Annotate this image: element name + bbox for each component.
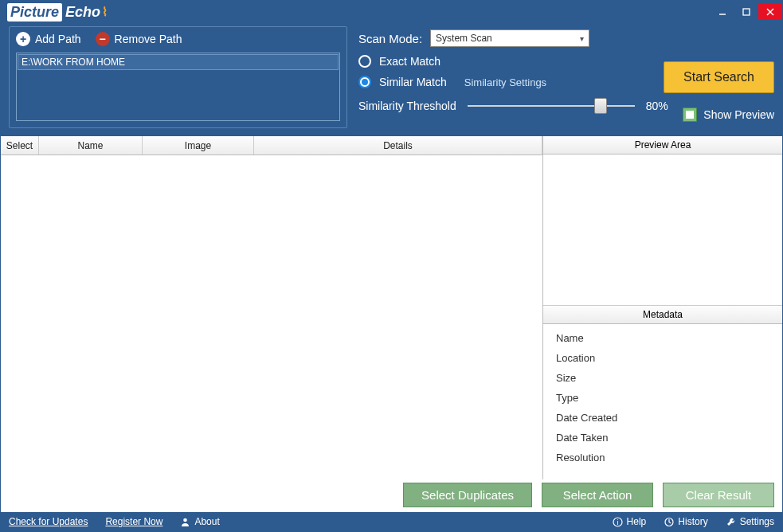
- minus-icon: −: [96, 32, 110, 46]
- plus-icon: +: [16, 32, 30, 46]
- remove-path-label: Remove Path: [115, 33, 182, 45]
- select-duplicates-button[interactable]: Select Duplicates: [403, 483, 532, 507]
- path-list[interactable]: E:\WORK FROM HOME: [16, 53, 340, 121]
- exact-match-label: Exact Match: [379, 55, 440, 68]
- minimize-button[interactable]: [711, 4, 734, 20]
- results-body: [1, 155, 542, 479]
- column-headers: Select Name Image Details: [1, 136, 542, 155]
- remove-path-button[interactable]: − Remove Path: [96, 32, 182, 46]
- history-link[interactable]: History: [664, 516, 707, 527]
- preview-body: [543, 155, 782, 306]
- main-content: Select Name Image Details Preview Area M…: [1, 135, 782, 479]
- meta-name: Name: [556, 332, 769, 344]
- meta-location: Location: [556, 352, 769, 364]
- close-button[interactable]: [758, 4, 782, 20]
- about-link[interactable]: About: [180, 516, 219, 527]
- svg-rect-1: [743, 9, 750, 15]
- scan-panel: Scan Mode: System Scan ▾ Exact Match Sim…: [358, 26, 774, 128]
- start-search-button[interactable]: Start Search: [664, 61, 774, 93]
- path-panel: + Add Path − Remove Path E:\WORK FROM HO…: [9, 26, 347, 128]
- results-panel: Select Name Image Details: [1, 136, 543, 479]
- metadata-header: Metadata: [543, 306, 782, 324]
- app-logo: PictureEcho⌇: [7, 3, 108, 22]
- history-icon: [664, 517, 674, 527]
- clear-result-button[interactable]: Clear Result: [663, 483, 774, 507]
- col-select[interactable]: Select: [1, 136, 39, 155]
- similar-match-label: Similar Match: [379, 76, 447, 88]
- meta-date-created: Date Created: [556, 412, 769, 424]
- threshold-label: Similarity Threshold: [358, 100, 456, 112]
- scan-mode-dropdown[interactable]: System Scan ▾: [430, 29, 589, 47]
- app-window: PictureEcho⌇ + Add Path − Remove Path E:…: [0, 0, 783, 532]
- info-icon: i: [613, 517, 623, 527]
- path-item[interactable]: E:\WORK FROM HOME: [18, 54, 339, 70]
- scan-mode-label: Scan Mode:: [358, 32, 422, 45]
- checkbox-icon: [683, 108, 697, 122]
- meta-size: Size: [556, 372, 769, 384]
- statusbar: Check for Updates Register Now About i H…: [1, 512, 782, 531]
- window-controls: [711, 4, 782, 20]
- preview-panel: Preview Area Metadata Name Location Size…: [543, 136, 782, 479]
- maximize-button[interactable]: [734, 4, 758, 20]
- select-action-button[interactable]: Select Action: [542, 483, 653, 507]
- meta-type: Type: [556, 392, 769, 404]
- add-path-label: Add Path: [35, 33, 81, 45]
- col-image[interactable]: Image: [143, 136, 254, 155]
- threshold-slider[interactable]: [468, 100, 635, 111]
- person-icon: [180, 517, 190, 527]
- meta-resolution: Resolution: [556, 452, 769, 464]
- chevron-down-icon: ▾: [580, 34, 584, 43]
- help-link[interactable]: i Help: [613, 516, 647, 527]
- preview-header: Preview Area: [543, 136, 782, 155]
- svg-point-4: [184, 518, 188, 522]
- check-updates-link[interactable]: Check for Updates: [9, 516, 88, 527]
- add-path-button[interactable]: + Add Path: [16, 32, 81, 46]
- show-preview-checkbox[interactable]: Show Preview: [683, 108, 774, 122]
- action-bar: Select Duplicates Select Action Clear Re…: [1, 479, 782, 512]
- exact-match-radio[interactable]: [358, 55, 371, 68]
- threshold-value: 80%: [646, 100, 668, 112]
- col-name[interactable]: Name: [39, 136, 143, 155]
- register-link[interactable]: Register Now: [105, 516, 162, 527]
- similar-match-radio[interactable]: [358, 76, 371, 88]
- settings-link[interactable]: Settings: [726, 516, 774, 527]
- similarity-settings-link[interactable]: Similarity Settings: [464, 76, 546, 88]
- col-details[interactable]: Details: [254, 136, 542, 155]
- wrench-icon: [726, 517, 736, 527]
- svg-text:i: i: [617, 518, 618, 526]
- wifi-icon: ⌇: [102, 5, 108, 19]
- meta-date-taken: Date Taken: [556, 432, 769, 444]
- titlebar: PictureEcho⌇: [1, 1, 782, 23]
- header-panel: + Add Path − Remove Path E:\WORK FROM HO…: [1, 23, 782, 135]
- metadata-list: Name Location Size Type Date Created Dat…: [543, 324, 782, 479]
